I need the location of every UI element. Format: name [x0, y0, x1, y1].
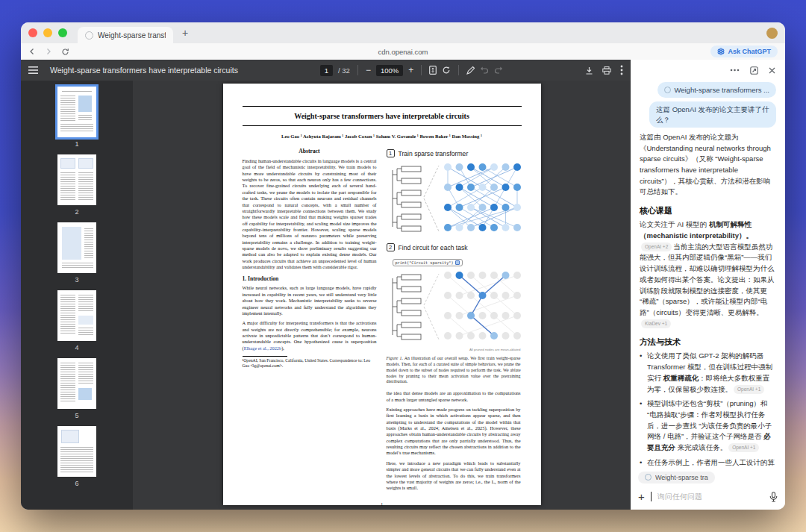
section-heading: 方法与技术	[640, 337, 776, 348]
maximize-window-button[interactable]	[58, 28, 67, 37]
fit-page-icon[interactable]	[429, 66, 437, 75]
rotate-icon[interactable]	[442, 66, 451, 75]
user-message: Weight-sparse transformers ...	[657, 82, 776, 98]
thumbnail-panel: 1 2 3 4 5	[21, 81, 133, 510]
highlighted-token	[455, 260, 460, 265]
step-1-number: 1	[387, 149, 395, 157]
paper-authors: Leo Gao ¹ Achyuta Rajaram ¹ Jacob Coxon …	[243, 134, 522, 139]
microphone-icon[interactable]	[769, 492, 778, 502]
zoom-in-button[interactable]: +	[408, 65, 413, 75]
print-icon[interactable]	[602, 66, 611, 75]
assistant-message: 论文关注于 AI 模型的 机制可解释性（mechanistic interpre…	[640, 219, 776, 329]
thumbnail-page[interactable]: 5	[57, 358, 96, 419]
network-diagram-trained	[387, 160, 521, 236]
bullet-item: 模型训练中还包含“剪枝”（pruning）和“电路抽取”步骤：作者对模型执行任务…	[640, 398, 776, 454]
chat-messages: Weight-sparse transformers ... 这篇 OpenAI…	[631, 81, 785, 467]
url-bar: cdn.openai.com Ask ChatGPT	[21, 43, 785, 60]
chat-composer: Weight-sparse tra +	[631, 467, 785, 510]
profile-avatar[interactable]	[766, 28, 778, 39]
close-window-button[interactable]	[28, 28, 37, 37]
desktop-wallpaper: Weight-sparse transf + cdn.openai.com As…	[0, 0, 806, 532]
annotate-pen-icon[interactable]	[466, 66, 475, 75]
browser-tab[interactable]: Weight-sparse transf	[78, 27, 173, 43]
ask-chatgpt-button[interactable]: Ask ChatGPT	[710, 46, 778, 57]
citation-link[interactable]: Elhage et al., 2022b	[244, 345, 282, 351]
add-attachment-button[interactable]: +	[638, 491, 645, 502]
forward-icon[interactable]	[45, 48, 52, 55]
text-caret	[651, 492, 652, 501]
tab-title: Weight-sparse transf	[98, 31, 166, 40]
menu-icon[interactable]	[28, 66, 38, 74]
sidebar-header	[631, 60, 785, 81]
source-badge[interactable]: KiaDev +1	[641, 319, 671, 328]
abstract-heading: Abstract	[243, 148, 377, 154]
pdf-toolbar: Weight-sparse transformers have interpre…	[21, 60, 631, 81]
thumbnail-page[interactable]: 3	[57, 222, 96, 284]
source-badge[interactable]: OpenAI +1	[728, 443, 759, 452]
paper-right-column: 1Train sparse transformer	[387, 148, 521, 495]
redo-icon[interactable]	[494, 66, 503, 74]
thumbnail-page[interactable]: 6	[57, 426, 96, 487]
bullet-item: 论文使用了类似 GPT-2 架构的解码器 Transformer 模型，但在训练…	[640, 351, 776, 395]
open-in-new-icon[interactable]	[750, 66, 758, 75]
pdf-viewer: Weight-sparse transformers have interpre…	[21, 60, 631, 510]
page-total: / 32	[338, 66, 350, 75]
address-url[interactable]: cdn.openai.com	[378, 48, 428, 56]
user-message: 这篇 OpenAI 发布的论文主要讲了什么？	[649, 101, 776, 128]
chatgpt-sidebar: Weight-sparse transformers ... 这篇 OpenAI…	[631, 60, 785, 510]
footnote-text: ¹OpenAI, San Francisco, California, Unit…	[243, 358, 377, 369]
pdf-page-area: Weight-sparse transformers have interpre…	[133, 81, 631, 510]
thumbnail-page[interactable]: 2	[57, 154, 96, 216]
undo-icon[interactable]	[480, 66, 489, 74]
assistant-bullet-list: 论文使用了类似 GPT-2 架构的解码器 Transformer 模型，但在训练…	[640, 351, 776, 467]
figure-note: All pruned nodes are mean-ablated	[387, 348, 521, 351]
zoom-level[interactable]: 100%	[376, 65, 403, 76]
step-1-label: Train sparse transformer	[399, 150, 469, 157]
zoom-out-button[interactable]: −	[366, 65, 371, 75]
more-options-icon[interactable]	[620, 65, 623, 75]
source-badge[interactable]: OpenAI +1	[734, 385, 764, 394]
attachment-icon	[664, 87, 671, 93]
assistant-message: 这篇由 OpenAI 发布的论文题为《Understanding neural …	[640, 132, 776, 198]
body-paragraph: Here, we introduce a new paradigm which …	[387, 460, 521, 492]
thumbnail-page[interactable]: 1	[57, 87, 96, 148]
reload-icon[interactable]	[61, 48, 69, 56]
new-tab-button[interactable]: +	[182, 28, 188, 38]
bullet-item: 在任务示例上，作者用一些人工设计的算法性任务（如在 Python 代码中正确匹配…	[640, 457, 776, 467]
body-paragraph: the idea that dense models are an approx…	[387, 390, 521, 403]
step-2-label: Find circuit for each task	[399, 244, 468, 251]
intro-paragraph: While neural networks, such as large lan…	[243, 285, 377, 316]
close-sidebar-icon[interactable]	[769, 67, 775, 74]
back-icon[interactable]	[28, 48, 36, 55]
introduction-heading: 1. Introduction	[243, 275, 377, 282]
attachment-icon	[645, 474, 652, 481]
download-icon[interactable]	[585, 66, 593, 75]
openai-logo-icon	[717, 48, 725, 55]
paper-title: Weight-sparse transformers have interpre…	[243, 112, 522, 120]
attached-file-chip[interactable]: Weight-sparse tra	[638, 472, 715, 484]
paper-left-column: Abstract Finding human-understandable ci…	[243, 148, 377, 495]
figure-1: 1Train sparse transformer	[387, 149, 521, 385]
source-badge[interactable]: OpenAI +2	[641, 242, 672, 251]
thumbnail-page[interactable]: 4	[57, 290, 96, 351]
sidebar-more-icon[interactable]	[730, 69, 740, 72]
page-number-input[interactable]: 1	[320, 65, 333, 76]
network-diagram-pruned	[387, 268, 521, 344]
browser-window: Weight-sparse transf + cdn.openai.com As…	[21, 22, 785, 510]
figure-caption: Figure 1. An illustration of our overall…	[387, 356, 521, 385]
intro-paragraph: A major difficulty for interpreting tran…	[243, 320, 377, 351]
code-snippet: print("Circuit sparsity")	[393, 259, 463, 266]
window-controls	[28, 28, 67, 37]
section-heading: 核心课题	[640, 205, 776, 216]
step-2-number: 2	[387, 243, 395, 251]
minimize-window-button[interactable]	[43, 28, 52, 37]
tab-strip: Weight-sparse transf +	[21, 22, 785, 43]
chat-input[interactable]	[657, 492, 763, 501]
paper-page: Weight-sparse transformers have interpre…	[223, 84, 541, 505]
pdf-doc-title: Weight-sparse transformers have interpre…	[50, 66, 238, 75]
tab-favicon-icon	[85, 31, 93, 40]
body-paragraph: Existing approaches have made progress o…	[387, 407, 521, 457]
abstract-text: Finding human-understandable circuits in…	[243, 158, 377, 270]
page-number: 1	[243, 501, 522, 507]
